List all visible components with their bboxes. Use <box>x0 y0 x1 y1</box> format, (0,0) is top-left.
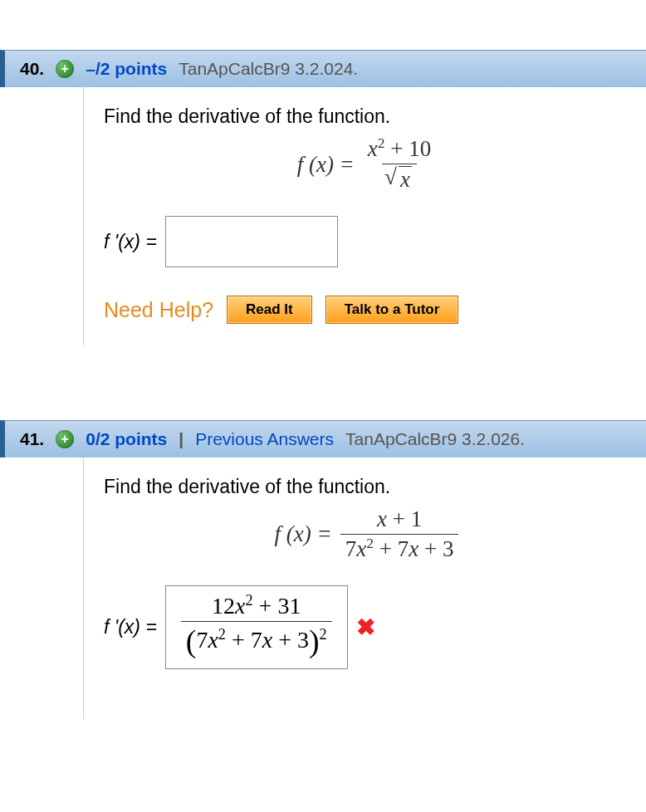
answer-input[interactable] <box>165 216 338 267</box>
expand-icon[interactable]: + <box>56 430 74 448</box>
function-formula: f (x) = x2 + 10 x <box>104 136 629 193</box>
question-body: Find the derivative of the function. f (… <box>83 457 646 719</box>
prompt: Find the derivative of the function. <box>104 105 629 128</box>
answer-denominator: (7x2 + 7x + 3)2 <box>181 621 332 659</box>
denominator: 7x2 + 7x + 3 <box>340 534 459 562</box>
answer-row: f '(x) = <box>104 216 629 267</box>
question-ref: TanApCalcBr9 3.2.026. <box>345 429 525 449</box>
previous-answers-link[interactable]: Previous Answers <box>195 429 334 449</box>
question-header: 40. + –/2 points TanApCalcBr9 3.2.024. <box>0 50 646 87</box>
formula-lhs: f (x) = <box>297 152 355 178</box>
points[interactable]: –/2 points <box>86 59 167 79</box>
points[interactable]: 0/2 points <box>86 429 167 449</box>
question-41: 41. + 0/2 points | Previous Answers TanA… <box>0 420 646 719</box>
question-40: 40. + –/2 points TanApCalcBr9 3.2.024. F… <box>0 50 646 345</box>
sqrt: x <box>387 166 412 193</box>
numerator: x + 1 <box>372 506 427 534</box>
read-it-button[interactable]: Read It <box>227 296 312 324</box>
help-row: Need Help? Read It Talk to a Tutor <box>104 296 629 324</box>
question-number: 41. <box>20 429 44 449</box>
answer-row: f '(x) = 12x2 + 31 (7x2 + 7x + 3)2 ✖ <box>104 585 629 669</box>
answer-numerator: 12x2 + 31 <box>207 593 306 621</box>
talk-to-tutor-button[interactable]: Talk to a Tutor <box>325 296 459 324</box>
sqrt-arg: x <box>400 167 410 192</box>
question-header: 41. + 0/2 points | Previous Answers TanA… <box>0 420 646 457</box>
fraction: x2 + 10 x <box>363 136 436 193</box>
prompt: Find the derivative of the function. <box>104 476 629 498</box>
answer-fraction: 12x2 + 31 (7x2 + 7x + 3)2 <box>181 593 332 660</box>
numerator: x2 + 10 <box>363 136 436 164</box>
question-ref: TanApCalcBr9 3.2.024. <box>179 59 358 79</box>
expand-icon[interactable]: + <box>56 60 74 78</box>
fraction: x + 1 7x2 + 7x + 3 <box>340 506 459 562</box>
formula-lhs: f (x) = <box>275 521 332 547</box>
need-help-label: Need Help? <box>104 298 213 322</box>
question-body: Find the derivative of the function. f (… <box>83 87 646 345</box>
function-formula: f (x) = x + 1 7x2 + 7x + 3 <box>104 506 629 562</box>
question-number: 40. <box>20 59 44 79</box>
separator: | <box>179 429 184 449</box>
answer-lhs: f '(x) = <box>104 231 157 253</box>
denominator: x <box>382 164 417 193</box>
answer-lhs: f '(x) = <box>104 616 157 638</box>
submitted-answer[interactable]: 12x2 + 31 (7x2 + 7x + 3)2 <box>165 585 348 669</box>
incorrect-icon: ✖ <box>356 614 375 641</box>
